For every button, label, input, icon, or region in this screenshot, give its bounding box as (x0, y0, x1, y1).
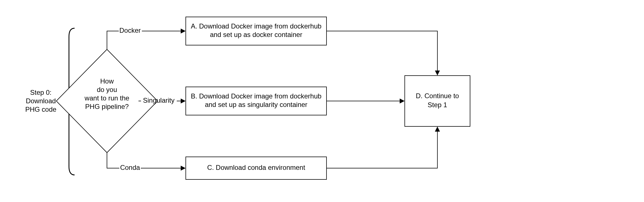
decision-line-4: PHG pipeline? (85, 103, 129, 110)
edge-a-to-d (327, 31, 437, 75)
edge-docker-label: Docker (119, 27, 141, 34)
edge-conda: Conda (107, 153, 185, 171)
edge-singularity-label: Singularity (143, 96, 175, 104)
node-a: A. Download Docker image from dockerhub … (186, 17, 327, 45)
node-b: B. Download Docker image from dockerhub … (186, 87, 327, 115)
edge-c-to-d (327, 127, 437, 168)
node-b-line-2: and set up as singularity container (205, 101, 307, 108)
title-line-1: Step 0: (30, 89, 52, 96)
decision-line-1: How (100, 77, 114, 85)
title-line-3: PHG code (25, 106, 57, 113)
node-d-line-2: Step 1 (428, 101, 447, 109)
node-d: D. Continue to Step 1 (405, 76, 470, 126)
edge-conda-label: Conda (120, 164, 140, 171)
step-title: Step 0: Download PHG code (25, 89, 57, 113)
decision-line-2: do you (97, 86, 117, 93)
decision-line-3: want to run the (84, 94, 129, 102)
title-line-2: Download (26, 97, 56, 105)
edge-singularity: Singularity (138, 96, 185, 104)
flowchart-diagram: Step 0: Download PHG code How do you wan… (0, 0, 644, 202)
edge-docker: Docker (107, 27, 185, 49)
node-a-line-2: and set up as docker container (210, 31, 302, 38)
node-c: C. Download conda environment (186, 157, 327, 179)
node-a-line-1: A. Download Docker image from dockerhub (191, 22, 321, 30)
node-b-line-1: B. Download Docker image from dockerhub (191, 92, 321, 100)
node-d-line-1: D. Continue to (416, 92, 459, 100)
node-c-line-1: C. Download conda environment (207, 164, 305, 171)
decision-node: How do you want to run the PHG pipeline? (56, 49, 158, 153)
